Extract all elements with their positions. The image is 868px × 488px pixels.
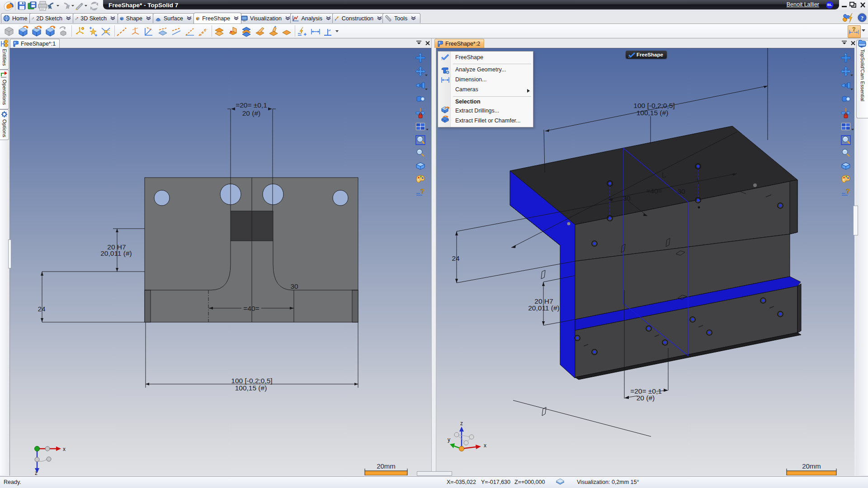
- svg-text:20 (#): 20 (#): [242, 109, 261, 117]
- svg-text:=40=: =40=: [646, 187, 662, 195]
- svg-text:24: 24: [452, 254, 460, 262]
- svg-text:?: ?: [861, 14, 864, 21]
- svg-text:24: 24: [38, 305, 46, 313]
- svg-text:100,15 (#): 100,15 (#): [637, 109, 669, 117]
- svg-text:100 [-0,2;0,5]: 100 [-0,2;0,5]: [231, 377, 272, 385]
- svg-text:20mm: 20mm: [802, 462, 821, 470]
- svg-text:x: x: [484, 442, 486, 449]
- svg-text:z: z: [35, 470, 38, 475]
- svg-text:x: x: [63, 446, 66, 452]
- svg-text:z: z: [460, 420, 463, 427]
- svg-text:100,15 (#): 100,15 (#): [235, 384, 267, 392]
- svg-text:20,011 (#): 20,011 (#): [528, 304, 560, 312]
- svg-text:=20= ±0,1: =20= ±0,1: [236, 101, 267, 109]
- svg-text:100 [-0,2;0,5]: 100 [-0,2;0,5]: [633, 102, 675, 109]
- svg-text:?: ?: [852, 26, 855, 33]
- svg-text:=40=: =40=: [243, 305, 259, 312]
- svg-text:30: 30: [623, 194, 631, 202]
- svg-text:20mm: 20mm: [377, 462, 396, 470]
- svg-text:20 (#): 20 (#): [637, 394, 655, 402]
- svg-text:y: y: [448, 436, 450, 443]
- svg-text:20,011 (#): 20,011 (#): [100, 249, 132, 257]
- svg-text:30: 30: [290, 282, 298, 290]
- svg-text:30: 30: [677, 188, 685, 195]
